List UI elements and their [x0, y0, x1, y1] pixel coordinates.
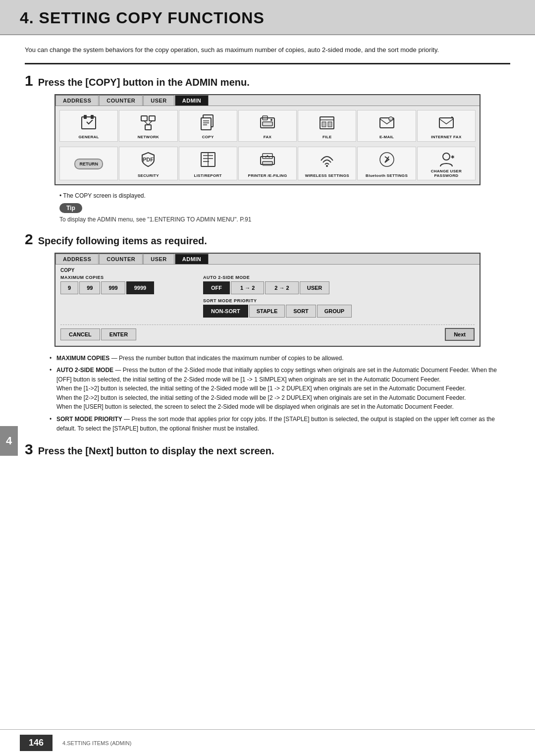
svg-rect-4: [149, 116, 155, 121]
page-number: 146: [20, 735, 53, 751]
bullet-auto-2side-text4: When the [USER] button is selected, the …: [56, 403, 454, 410]
menu-icon-copy[interactable]: COPY: [179, 110, 237, 142]
menu-icon-network[interactable]: NETWORK: [119, 110, 177, 142]
menu-icon-file[interactable]: FILE: [298, 110, 356, 142]
copy-tab-user[interactable]: USER: [143, 254, 174, 264]
copy-tab-admin[interactable]: ADMIN: [175, 254, 209, 264]
bullet-auto-2side: AUTO 2-SIDE MODE — Press the button of t…: [50, 366, 510, 412]
tab-address[interactable]: ADDRESS: [55, 95, 99, 106]
file-label: FILE: [322, 135, 332, 139]
svg-rect-15: [263, 122, 272, 126]
internet-fax-label: INTERNET FAX: [431, 135, 461, 139]
copy-settings-screen: ADDRESS COUNTER USER ADMIN COPY MAXIMUM …: [54, 253, 481, 347]
max-copies-section: MAXIMUM COPIES 9 99 999 9999: [60, 275, 196, 294]
step-1: 1 Press the [COPY] button in the ADMIN m…: [25, 73, 510, 223]
bullet-auto-2side-bold: AUTO 2-SIDE MODE: [56, 367, 113, 374]
svg-point-36: [443, 153, 450, 160]
tab-user[interactable]: USER: [143, 95, 174, 106]
bullet-auto-2side-dash: —: [115, 367, 122, 374]
copy-icon: [199, 113, 217, 132]
menu-tabs: ADDRESS COUNTER USER ADMIN: [55, 95, 480, 106]
menu-icon-internet-fax[interactable]: INTERNET FAX: [417, 110, 476, 142]
copies-9-btn[interactable]: 9: [60, 281, 78, 294]
svg-rect-23: [439, 118, 453, 128]
menu-icon-general[interactable]: GENERAL: [59, 110, 118, 142]
page-header: 4. SETTING COPY FUNCTIONS: [0, 0, 535, 35]
bullet-dot: •: [59, 192, 61, 199]
sort-sort-btn[interactable]: SORT: [286, 305, 316, 318]
next-button[interactable]: Next: [445, 328, 475, 341]
sort-staple-btn[interactable]: STAPLE: [249, 305, 285, 318]
svg-rect-9: [201, 118, 211, 130]
return-label: RETURN: [79, 162, 98, 166]
bullet-auto-2side-text: Press the button of the 2-Sided mode tha…: [56, 367, 497, 383]
copy-section-label: COPY: [60, 268, 475, 273]
main-content: You can change the system behaviors for …: [0, 35, 535, 476]
svg-line-7: [148, 121, 152, 125]
sort-priority-buttons: NON-SORT STAPLE SORT GROUP: [203, 305, 475, 318]
step-1-title: Press the [COPY] button in the ADMIN men…: [38, 77, 250, 88]
bullet-auto-2side-text2: When the [1->2] button is selected, the …: [56, 385, 466, 392]
svg-rect-5: [145, 125, 151, 130]
general-label: GENERAL: [79, 135, 99, 139]
copies-99-btn[interactable]: 99: [79, 281, 100, 294]
step-3-number: 3: [25, 442, 33, 457]
internet-fax-icon: [437, 113, 456, 132]
step-1-number: 1: [25, 73, 33, 88]
bullet-sort-priority: SORT MODE PRIORITY — Press the sort mode…: [50, 415, 510, 433]
menu-icon-return[interactable]: RETURN: [59, 147, 118, 180]
sort-priority-section: SORT MODE PRIORITY NON-SORT STAPLE SORT …: [203, 298, 475, 318]
menu-icon-security[interactable]: PDF SECURITY: [119, 147, 177, 180]
menu-icon-wireless[interactable]: WIRELESS SETTINGS: [298, 147, 356, 180]
svg-text:@: @: [389, 118, 392, 121]
menu-icon-fax[interactable]: FAX: [238, 110, 297, 142]
network-label: NETWORK: [138, 135, 159, 139]
copies-999-btn[interactable]: 999: [101, 281, 125, 294]
svg-rect-19: [328, 122, 332, 127]
sort-group-btn[interactable]: GROUP: [317, 305, 352, 318]
auto-2side-1to2-btn[interactable]: 1 → 2: [231, 281, 264, 294]
bullet-max-copies-bold: MAXIMUM COPIES: [56, 355, 109, 362]
menu-icon-bluetooth[interactable]: Bluetooth SETTINGS: [357, 147, 416, 180]
general-icon: [79, 113, 98, 132]
svg-rect-18: [322, 122, 326, 127]
copy-tab-address[interactable]: ADDRESS: [55, 254, 99, 264]
side-tab-number: 4: [6, 434, 12, 447]
fax-label: FAX: [264, 135, 271, 139]
network-icon: [139, 113, 158, 132]
change-password-label: CHANGE USER PASSWORD: [420, 169, 473, 178]
menu-icon-printer-efiling[interactable]: PRINTER /E-FILING: [238, 147, 297, 180]
menu-icon-list-report[interactable]: LIST/REPORT: [179, 147, 237, 180]
bullet-sort-priority-text: Press the sort mode that applies prior f…: [56, 416, 495, 432]
auto-2side-off-btn[interactable]: OFF: [203, 281, 230, 294]
tab-counter[interactable]: COUNTER: [99, 95, 143, 106]
svg-rect-3: [141, 116, 147, 121]
bullet-list: MAXIMUM COPIES — Press the number button…: [50, 354, 510, 433]
printer-efiling-label: PRINTER /E-FILING: [248, 173, 287, 178]
list-report-icon: [199, 150, 217, 169]
enter-button[interactable]: ENTER: [101, 328, 136, 340]
menu-icon-change-password[interactable]: ✱ CHANGE USER PASSWORD: [417, 147, 476, 180]
bullet-max-copies-text: Press the number button that indicates t…: [119, 355, 344, 362]
return-button[interactable]: RETURN: [74, 159, 103, 169]
step-3-title: Press the [Next] button to display the n…: [38, 445, 274, 457]
auto-2side-2to2-btn[interactable]: 2 → 2: [265, 281, 298, 294]
email-label: E-MAIL: [379, 135, 394, 139]
fax-icon: [258, 113, 277, 132]
sort-nonsort-btn[interactable]: NON-SORT: [203, 305, 248, 318]
svg-text:✱: ✱: [451, 155, 455, 160]
bullet-sort-priority-dash: —: [124, 416, 131, 423]
tab-admin[interactable]: ADMIN: [175, 95, 209, 106]
admin-menu-screen: ADDRESS COUNTER USER ADMIN: [54, 94, 481, 185]
max-copies-buttons: 9 99 999 9999: [60, 281, 196, 294]
copy-screen-tabs: ADDRESS COUNTER USER ADMIN: [55, 254, 480, 265]
svg-point-34: [326, 165, 328, 167]
copies-9999-btn[interactable]: 9999: [126, 281, 154, 294]
auto-2side-user-btn[interactable]: USER: [300, 281, 330, 294]
step1-note: • The COPY screen is displayed.: [59, 192, 510, 199]
cancel-button[interactable]: CANCEL: [60, 328, 100, 340]
menu-icon-email[interactable]: @ E-MAIL: [357, 110, 416, 142]
copy-tab-counter[interactable]: COUNTER: [99, 254, 143, 264]
bullet-max-copies: MAXIMUM COPIES — Press the number button…: [50, 354, 510, 363]
copy-screen-body: COPY MAXIMUM COPIES 9 99 999 9999: [55, 265, 480, 346]
